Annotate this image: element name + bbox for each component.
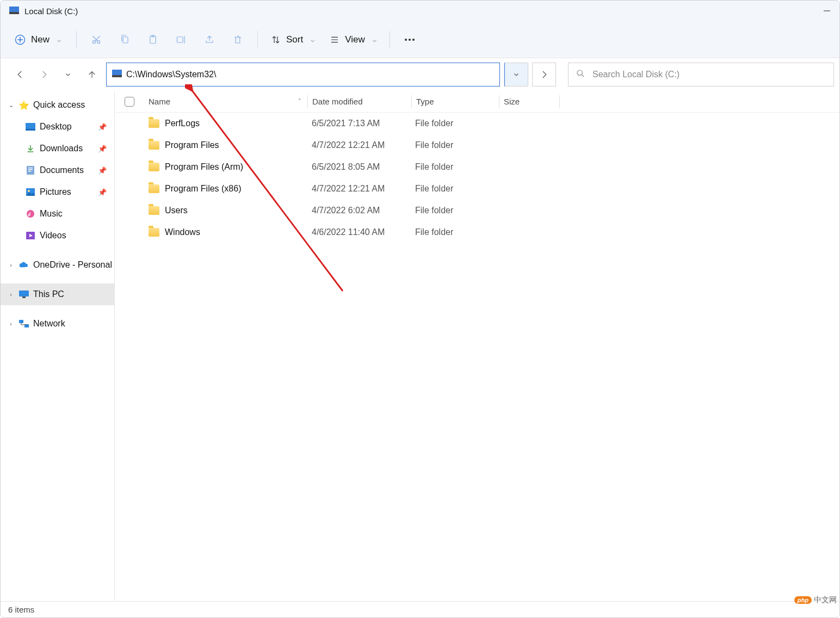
file-date: 4/7/2022 6:02 AM	[307, 206, 411, 215]
svg-rect-21	[112, 70, 122, 75]
sidebar-documents[interactable]: Documents 📌	[1, 159, 114, 181]
svg-rect-13	[177, 36, 183, 42]
svg-line-9	[92, 36, 97, 41]
svg-rect-0	[9, 7, 19, 12]
file-type: File folder	[411, 184, 498, 194]
svg-rect-38	[19, 320, 23, 323]
folder-icon	[149, 206, 159, 215]
view-label: View	[345, 34, 365, 45]
table-row[interactable]: Program Files4/7/2022 12:21 AMFile folde…	[115, 134, 839, 156]
minimize-button[interactable]	[814, 1, 839, 21]
svg-point-18	[405, 39, 407, 41]
svg-rect-37	[22, 296, 26, 298]
table-row[interactable]: PerfLogs6/5/2021 7:13 AMFile folder	[115, 113, 839, 134]
sidebar-item-label: Downloads	[40, 144, 83, 153]
toolbar-divider	[76, 31, 77, 48]
file-type: File folder	[411, 206, 498, 215]
sidebar-item-label: Quick access	[33, 100, 85, 110]
svg-point-20	[412, 39, 415, 41]
column-name[interactable]: Name ˄	[144, 91, 307, 112]
titlebar: Local Disk (C:)	[1, 1, 839, 21]
file-date: 6/5/2021 7:13 AM	[307, 119, 411, 128]
column-date[interactable]: Date modified	[308, 91, 411, 112]
file-name: PerfLogs	[165, 119, 200, 128]
sidebar: ⌄ ⭐ Quick access Desktop 📌 Downloads 📌 D…	[1, 91, 115, 601]
svg-line-8	[95, 36, 100, 41]
svg-line-24	[582, 75, 584, 77]
svg-point-33	[28, 190, 30, 192]
svg-rect-22	[112, 75, 122, 77]
window-title: Local Disk (C:)	[24, 7, 78, 16]
rename-button[interactable]	[169, 28, 193, 52]
sort-button[interactable]: Sort ⌵	[265, 30, 320, 50]
folder-icon	[149, 228, 159, 237]
up-button[interactable]	[82, 65, 102, 84]
forward-button[interactable]	[34, 65, 54, 84]
svg-point-34	[27, 210, 34, 218]
view-button[interactable]: View ⌵	[324, 30, 382, 50]
sidebar-videos[interactable]: Videos	[1, 225, 114, 246]
navigation-row: C:\Windows\System32\	[1, 58, 839, 91]
sidebar-music[interactable]: Music	[1, 203, 114, 225]
column-size[interactable]: Size	[499, 91, 559, 112]
sidebar-network[interactable]: › Network	[1, 313, 114, 335]
download-icon	[24, 144, 36, 153]
copy-button[interactable]	[113, 28, 137, 52]
back-button[interactable]	[10, 65, 30, 84]
folder-icon	[149, 163, 159, 171]
sidebar-quick-access[interactable]: ⌄ ⭐ Quick access	[1, 94, 114, 116]
file-date: 6/5/2021 8:05 AM	[307, 162, 411, 172]
sidebar-pictures[interactable]: Pictures 📌	[1, 181, 114, 203]
address-bar[interactable]: C:\Windows\System32\	[106, 63, 500, 86]
pictures-icon	[24, 188, 36, 196]
sidebar-onedrive[interactable]: › OneDrive - Personal	[1, 254, 114, 276]
table-row[interactable]: Program Files (Arm)6/5/2021 8:05 AMFile …	[115, 156, 839, 178]
file-list: Name ˄ Date modified Type Size PerfLogs6…	[115, 91, 839, 601]
toolbar-divider	[257, 31, 258, 48]
sidebar-item-label: This PC	[33, 289, 64, 299]
pin-icon: 📌	[98, 145, 107, 153]
monitor-icon	[18, 291, 30, 298]
address-history-button[interactable]	[504, 63, 528, 86]
file-type: File folder	[411, 140, 498, 150]
go-button[interactable]	[532, 63, 556, 86]
item-count: 6 items	[8, 605, 34, 614]
column-type[interactable]: Type	[412, 91, 499, 112]
svg-rect-10	[123, 36, 128, 42]
file-type: File folder	[411, 227, 498, 237]
paste-button[interactable]	[141, 28, 165, 52]
search-box[interactable]	[568, 63, 834, 86]
svg-rect-30	[28, 169, 33, 170]
new-button[interactable]: New ⌵	[7, 30, 69, 50]
select-all-checkbox[interactable]	[125, 97, 134, 107]
svg-rect-26	[26, 129, 35, 131]
svg-rect-25	[26, 123, 35, 129]
delete-button[interactable]	[226, 28, 250, 52]
toolbar: New ⌵ Sort ⌵ View ⌵	[1, 21, 839, 58]
drive-icon	[112, 70, 122, 79]
sidebar-item-label: Music	[40, 209, 63, 219]
sidebar-downloads[interactable]: Downloads 📌	[1, 138, 114, 159]
folder-icon	[149, 141, 159, 150]
table-row[interactable]: Program Files (x86)4/7/2022 12:21 AMFile…	[115, 178, 839, 200]
file-name: Windows	[165, 227, 200, 237]
share-button[interactable]	[197, 28, 221, 52]
svg-point-23	[577, 70, 582, 75]
file-name: Program Files (x86)	[165, 184, 241, 194]
svg-rect-28	[27, 166, 34, 175]
svg-rect-31	[28, 171, 31, 172]
recent-locations-button[interactable]	[58, 65, 78, 84]
svg-rect-36	[19, 291, 29, 296]
sidebar-item-label: Pictures	[40, 187, 71, 197]
file-name: Program Files (Arm)	[165, 162, 243, 172]
sidebar-desktop[interactable]: Desktop 📌	[1, 116, 114, 138]
cut-button[interactable]	[84, 28, 108, 52]
sidebar-this-pc[interactable]: › This PC	[1, 283, 114, 305]
sort-label: Sort	[286, 34, 303, 45]
more-button[interactable]	[398, 28, 422, 52]
search-input[interactable]	[592, 70, 826, 79]
table-row[interactable]: Windows4/6/2022 11:40 AMFile folder	[115, 221, 839, 243]
chevron-right-icon: ›	[7, 262, 15, 268]
table-row[interactable]: Users4/7/2022 6:02 AMFile folder	[115, 200, 839, 221]
file-type: File folder	[411, 162, 498, 172]
